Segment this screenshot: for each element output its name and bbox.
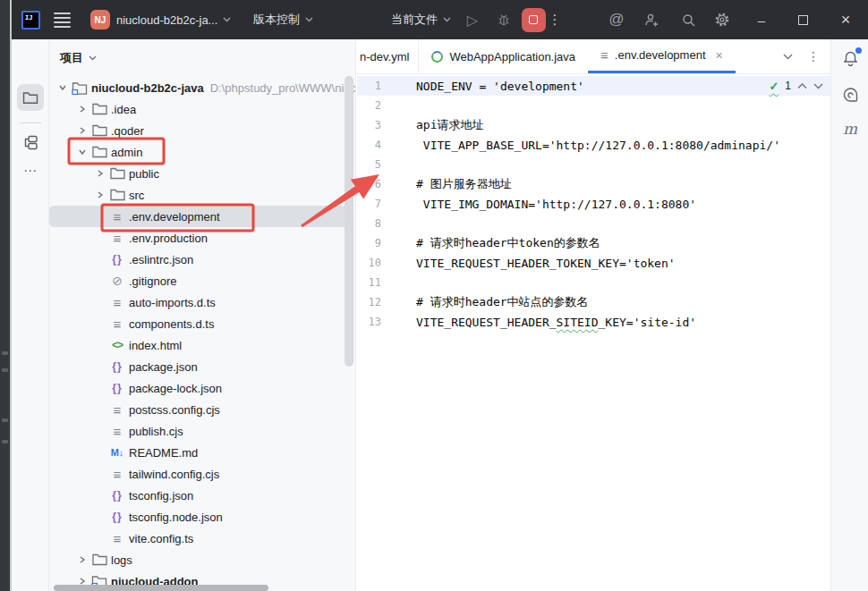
tree-row[interactable]: {} package-lock.json — [49, 377, 356, 399]
window-maximize-button[interactable] — [787, 0, 819, 39]
tree-row-env-development[interactable]: ≡ .env.development — [49, 206, 347, 227]
text-file-icon: ≡ — [108, 232, 126, 245]
right-tool-stripe: m — [830, 39, 868, 591]
editor-line[interactable]: 2 — [357, 96, 830, 115]
code-with-me-icon[interactable] — [638, 0, 665, 39]
next-problem-icon[interactable] — [813, 83, 823, 89]
json-file-icon: {} — [108, 382, 126, 394]
chevron-expanded-icon[interactable] — [74, 148, 90, 156]
tree-row[interactable]: .qoder — [49, 120, 356, 141]
window-close-button[interactable]: × — [828, 0, 864, 39]
editor-line[interactable]: 4 VITE_APP_BASE_URL='http://127.0.0.1:80… — [357, 135, 830, 155]
tree-row[interactable]: ≡ .env.production — [49, 227, 356, 249]
editor-options-menu[interactable]: ⋮ — [807, 49, 820, 63]
tree-item-label: src — [129, 189, 144, 202]
editor-line[interactable]: 8 — [357, 214, 830, 233]
tree-row[interactable]: ≡ components.d.ts — [49, 313, 356, 334]
project-panel-header[interactable]: 项目 — [60, 46, 97, 70]
previous-problem-icon[interactable] — [797, 83, 807, 89]
tree-row[interactable]: ≡ publish.cjs — [49, 420, 356, 442]
tab-application-dev-yml[interactable]: n-dev.yml — [357, 39, 419, 73]
tree-row[interactable]: public — [49, 163, 356, 184]
line-number: 6 — [357, 178, 381, 190]
chevron-collapsed-icon[interactable] — [74, 126, 90, 135]
background-window-edge — [0, 0, 12, 591]
tree-row[interactable]: {} package.json — [49, 356, 356, 377]
code-text: VITE_IMG_DOMAIN='http://127.0.0.1:8080' — [416, 198, 696, 211]
main-menu-burger-icon[interactable] — [53, 0, 71, 39]
run-configuration-selector[interactable]: 当前文件 — [391, 0, 451, 39]
editor-line[interactable]: 5 — [357, 155, 830, 174]
editor-line[interactable]: 1 NODE_ENV = 'development' ✓ 1 — [357, 76, 830, 96]
notifications-button[interactable] — [831, 50, 868, 71]
line-number: 7 — [357, 198, 381, 210]
editor-line[interactable]: 13 VITE_REQUEST_HEADER_SITEID_KEY='site-… — [357, 312, 830, 332]
code-text: # 请求时header中token的参数名 — [416, 235, 600, 251]
project-badge[interactable]: NJ — [90, 10, 110, 30]
background-glyph — [2, 418, 8, 422]
json-file-icon: {} — [108, 511, 126, 523]
inspection-count: 1 — [785, 80, 791, 92]
tree-item-label: vite.config.ts — [129, 532, 193, 545]
ai-assistant-icon[interactable]: @ — [604, 0, 629, 39]
structure-tool-window-button[interactable] — [17, 129, 44, 156]
folder-icon — [90, 146, 108, 158]
chevron-collapsed-icon[interactable] — [92, 169, 108, 178]
chevron-collapsed-icon[interactable] — [92, 190, 108, 199]
tree-row[interactable]: ≡ vite.config.ts — [49, 528, 356, 549]
tree-horizontal-scrollbar[interactable] — [54, 585, 268, 591]
project-tool-window-button[interactable] — [17, 84, 44, 111]
maven-tool-button[interactable]: m — [831, 120, 868, 138]
folder-icon — [108, 189, 126, 201]
tree-row[interactable]: ⊘ .gitignore — [49, 270, 356, 291]
text-file-icon: ≡ — [600, 48, 608, 62]
code-editor[interactable]: 1 NODE_ENV = 'development' ✓ 1 2 3api请求地… — [357, 74, 830, 591]
tree-row[interactable]: {} tsconfig.json — [49, 485, 356, 506]
version-control-menu[interactable]: 版本控制 — [253, 0, 313, 39]
ai-assistant-tool-button[interactable] — [831, 86, 868, 105]
inspection-widget[interactable]: ✓ 1 — [769, 76, 823, 96]
text-file-icon: ≡ — [108, 210, 126, 224]
tree-row[interactable]: src — [49, 184, 356, 206]
tree-row[interactable]: {} tsconfig.node.json — [49, 506, 356, 528]
window-minimize-button[interactable]: – — [745, 0, 778, 39]
tree-item-label: index.html — [129, 339, 182, 352]
line-number: 9 — [357, 237, 381, 249]
version-control-label: 版本控制 — [253, 12, 300, 28]
close-tab-icon[interactable]: × — [716, 48, 723, 63]
tab-webappapplication-java[interactable]: WebAppApplication.java — [419, 39, 588, 73]
more-actions-menu[interactable]: ⋮ — [545, 0, 565, 39]
chevron-collapsed-icon[interactable] — [74, 105, 90, 114]
tree-row[interactable]: ≡ tailwind.config.cjs — [49, 463, 356, 485]
tree-row-root[interactable]: niucloud-b2b2c-java D:\phpstudy_pro\WWW\… — [49, 77, 356, 98]
tab-env-development[interactable]: ≡ .env.development × — [588, 39, 736, 73]
tree-item-label: logs — [111, 553, 132, 567]
tab-list-chevron-icon[interactable] — [783, 54, 793, 60]
chevron-collapsed-icon[interactable] — [74, 555, 90, 564]
gitignore-file-icon: ⊘ — [108, 274, 126, 288]
tree-row[interactable]: {} .eslintrc.json — [49, 249, 356, 270]
tree-vertical-scrollbar[interactable] — [345, 76, 353, 367]
tree-row[interactable]: logs — [49, 549, 356, 570]
tree-row[interactable]: ≡ postcss.config.cjs — [49, 399, 356, 420]
editor-line[interactable]: 12# 请求时header中站点的参数名 — [357, 292, 830, 312]
tree-row[interactable]: M↓ README.md — [49, 442, 356, 463]
tree-row[interactable]: ≡ auto-imports.d.ts — [49, 291, 356, 313]
chevron-expanded-icon[interactable] — [55, 83, 71, 92]
editor-line[interactable]: 9# 请求时header中token的参数名 — [357, 233, 830, 253]
more-tool-windows-button[interactable]: ⋯ — [12, 163, 49, 179]
editor-line[interactable]: 3api请求地址 — [357, 115, 830, 135]
tree-row-admin[interactable]: admin — [49, 141, 356, 163]
tree-row[interactable]: <> index.html — [49, 334, 356, 356]
editor-line[interactable]: 6# 图片服务器地址 — [357, 174, 830, 194]
folder-icon — [22, 91, 38, 105]
project-selector[interactable]: niucloud-b2b2c-ja... — [116, 0, 231, 39]
run-button[interactable]: ▷ — [461, 0, 484, 39]
editor-line[interactable]: 10VITE_REQUEST_HEADER_TOKEN_KEY='token' — [357, 253, 830, 273]
editor-line[interactable]: 7 VITE_IMG_DOMAIN='http://127.0.0.1:8080… — [357, 194, 830, 214]
tree-row[interactable]: .idea — [49, 98, 356, 120]
editor-line[interactable]: 11 — [357, 273, 830, 292]
settings-gear-icon[interactable] — [709, 0, 736, 39]
intellij-logo-icon: IJ — [21, 11, 40, 30]
search-everywhere-icon[interactable] — [675, 0, 702, 39]
